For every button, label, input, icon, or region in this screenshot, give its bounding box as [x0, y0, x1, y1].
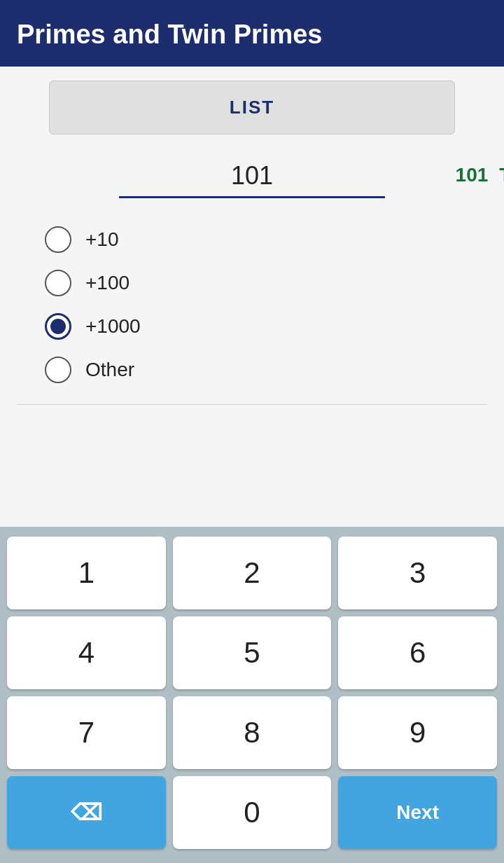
- radio-label-other: Other: [85, 359, 134, 381]
- radio-plus1000[interactable]: +1000: [45, 313, 487, 340]
- keyboard-row-4: ⌫ 0 Next: [7, 776, 497, 849]
- app-header: Primes and Twin Primes: [0, 0, 504, 67]
- key-9[interactable]: 9: [338, 696, 497, 769]
- radio-other[interactable]: Other: [45, 357, 487, 383]
- key-3[interactable]: 3: [338, 537, 497, 609]
- radio-group: +10 +100 +1000 Other: [17, 226, 487, 383]
- key-5[interactable]: 5: [173, 616, 332, 689]
- key-0[interactable]: 0: [173, 776, 332, 849]
- radio-circle-plus1000: [45, 313, 71, 340]
- backspace-button[interactable]: ⌫: [7, 776, 166, 849]
- radio-label-plus1000: +1000: [85, 315, 141, 338]
- radio-label-plus100: +100: [85, 272, 130, 294]
- range-display: 101 TO 1101: [456, 164, 504, 186]
- radio-label-plus10: +10: [85, 228, 119, 251]
- input-container: 101 TO 1101: [119, 156, 385, 198]
- radio-circle-other: [45, 357, 71, 383]
- keyboard-row-1: 1 2 3: [7, 537, 497, 609]
- key-4[interactable]: 4: [7, 616, 166, 689]
- radio-circle-plus100: [45, 270, 71, 296]
- range-to-label: TO: [499, 164, 504, 186]
- app-title: Primes and Twin Primes: [17, 20, 322, 49]
- keyboard: 1 2 3 4 5 6 7 8 9 ⌫ 0 Next: [0, 527, 504, 863]
- backspace-icon: ⌫: [71, 800, 102, 825]
- key-2[interactable]: 2: [173, 537, 332, 609]
- radio-plus10[interactable]: +10: [45, 226, 487, 253]
- number-input[interactable]: [119, 156, 385, 198]
- content-area: LIST 101 TO 1101 +10 +100 +1000 Other: [0, 67, 504, 527]
- keyboard-row-3: 7 8 9: [7, 696, 497, 769]
- content-divider: [17, 404, 487, 405]
- keyboard-row-2: 4 5 6: [7, 616, 497, 689]
- radio-circle-plus10: [45, 226, 71, 253]
- key-6[interactable]: 6: [338, 616, 497, 689]
- radio-inner-plus1000: [50, 319, 66, 334]
- key-8[interactable]: 8: [173, 696, 332, 769]
- key-7[interactable]: 7: [7, 696, 166, 769]
- list-button[interactable]: LIST: [49, 81, 455, 134]
- range-from: 101: [456, 164, 489, 186]
- key-1[interactable]: 1: [7, 537, 166, 609]
- next-button[interactable]: Next: [338, 776, 497, 849]
- radio-plus100[interactable]: +100: [45, 270, 487, 296]
